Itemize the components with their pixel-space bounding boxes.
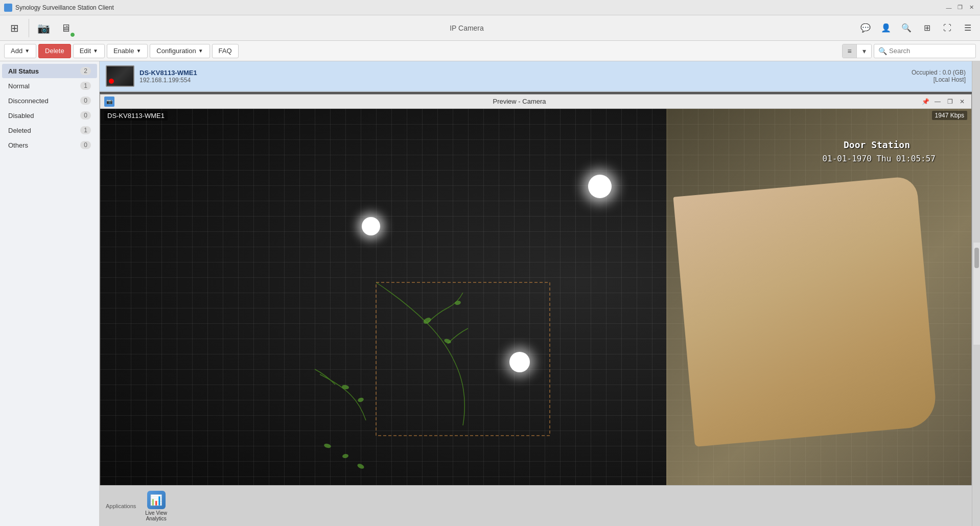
add-button[interactable]: Add ▼ bbox=[4, 44, 36, 58]
sidebar-label-all-status: All Status bbox=[8, 67, 80, 75]
search-button[interactable]: 🔍 bbox=[898, 20, 915, 36]
sidebar-item-normal[interactable]: Normal 1 bbox=[2, 79, 97, 93]
camera-info: DS-KV8113-WME1 192.168.1.199:554 bbox=[139, 69, 912, 84]
preview-title-text: Preview - Camera bbox=[119, 98, 920, 105]
sidebar-label-deleted: Deleted bbox=[8, 127, 80, 134]
sidebar-item-others[interactable]: Others 0 bbox=[2, 138, 97, 152]
preview-minimize-button[interactable]: — bbox=[932, 97, 943, 107]
camera-feed: Door Station 01-01-1970 Thu 01:05:57 bbox=[100, 109, 971, 495]
preview-camera-icon: 📷 bbox=[104, 97, 114, 107]
toolbar-right-area: 💬 👤 🔍 ⊞ ⛶ ☰ bbox=[857, 20, 976, 36]
list-view-button[interactable]: ≡ bbox=[843, 44, 857, 58]
app-title: Synology Surveillance Station Client bbox=[15, 4, 944, 11]
view-toggle-group: ≡ ▾ bbox=[842, 44, 872, 58]
menu-button[interactable]: ☰ bbox=[960, 20, 976, 36]
sidebar-item-all-status[interactable]: All Status 2 bbox=[2, 64, 97, 78]
home-icon-button[interactable]: ⊞ bbox=[4, 18, 25, 38]
door-station-text: Door Station bbox=[844, 139, 910, 150]
cardboard-shape bbox=[673, 176, 938, 447]
camera-list: DS-KV8113-WME1 192.168.1.199:554 Occupie… bbox=[100, 61, 972, 92]
svg-point-5 bbox=[357, 397, 364, 403]
chat-button[interactable]: 💬 bbox=[857, 20, 874, 36]
sidebar-label-disabled: Disabled bbox=[8, 112, 80, 119]
faq-button[interactable]: FAQ bbox=[212, 44, 239, 58]
add-caret-icon: ▼ bbox=[25, 48, 30, 54]
sidebar-count-normal: 1 bbox=[80, 82, 91, 90]
edit-caret-icon: ▼ bbox=[93, 48, 98, 54]
preview-pin-button[interactable]: 📌 bbox=[920, 97, 930, 107]
app-icon bbox=[4, 4, 12, 12]
add-label: Add bbox=[11, 47, 22, 55]
preview-close-button[interactable]: ✕ bbox=[957, 97, 967, 107]
preview-controls: 📌 — ❐ ✕ bbox=[920, 97, 967, 107]
svg-point-4 bbox=[341, 385, 349, 390]
preview-area: 📷 Preview - Camera 📌 — ❐ ✕ DS-KV8113-WME… bbox=[100, 92, 972, 526]
camera-name-text: DS-KV8113-WME1 bbox=[139, 69, 912, 77]
camera-occupied-text: Occupied : 0.0 (GB) bbox=[912, 69, 966, 76]
preview-restore-button[interactable]: ❐ bbox=[945, 97, 955, 107]
right-panel bbox=[972, 61, 980, 526]
window-controls: — ❐ ✕ bbox=[944, 3, 976, 12]
live-view-analytics-button[interactable]: 📊 Live ViewAnalytics bbox=[142, 490, 170, 522]
app-body: All Status 2 Normal 1 Disconnected 0 Dis… bbox=[0, 61, 980, 526]
configuration-button[interactable]: Configuration ▼ bbox=[150, 44, 209, 58]
sidebar-item-deleted[interactable]: Deleted 1 bbox=[2, 123, 97, 137]
camera-list-item[interactable]: DS-KV8113-WME1 192.168.1.199:554 Occupie… bbox=[100, 61, 972, 91]
sidebar-item-disconnected[interactable]: Disconnected 0 bbox=[2, 93, 97, 108]
enable-caret-icon: ▼ bbox=[136, 48, 141, 54]
sidebar-count-disconnected: 0 bbox=[80, 97, 91, 105]
svg-rect-9 bbox=[376, 282, 550, 436]
camera-thumbnail bbox=[106, 65, 134, 87]
user-button[interactable]: 👤 bbox=[878, 20, 894, 36]
applications-label: Applications bbox=[106, 503, 136, 509]
sidebar-count-all-status: 2 bbox=[80, 67, 91, 75]
bottom-bar: Applications 📊 Live ViewAnalytics bbox=[100, 485, 972, 526]
live-view-analytics-icon: 📊 bbox=[147, 491, 166, 509]
toolbar-center-title: IP Camera bbox=[78, 24, 855, 32]
sidebar-item-disabled[interactable]: Disabled 0 bbox=[2, 108, 97, 123]
bitrate-overlay: 1947 Kbps bbox=[932, 111, 967, 120]
scroll-track[interactable] bbox=[973, 243, 980, 345]
close-button[interactable]: ✕ bbox=[967, 3, 976, 12]
sidebar-label-normal: Normal bbox=[8, 82, 80, 90]
svg-point-8 bbox=[357, 463, 365, 469]
fullscreen-button[interactable]: ⛶ bbox=[939, 20, 955, 36]
edit-button[interactable]: Edit ▼ bbox=[73, 44, 105, 58]
camera-right-info: Occupied : 0.0 (GB) [Local Host] bbox=[912, 69, 966, 83]
svg-point-7 bbox=[342, 453, 348, 459]
preview-content: DS-KV8113-WME1 1947 Kbps bbox=[100, 109, 971, 495]
sidebar-label-others: Others bbox=[8, 141, 80, 149]
sidebar-label-disconnected: Disconnected bbox=[8, 97, 80, 105]
dropdown-view-button[interactable]: ▾ bbox=[857, 44, 871, 58]
feed-background: Door Station 01-01-1970 Thu 01:05:57 bbox=[100, 109, 971, 495]
delete-button[interactable]: Delete bbox=[38, 44, 71, 58]
sidebar-count-disabled: 0 bbox=[80, 111, 91, 119]
preview-titlebar: 📷 Preview - Camera 📌 — ❐ ✕ bbox=[100, 94, 971, 109]
status-dot bbox=[70, 32, 75, 37]
svg-point-6 bbox=[323, 443, 332, 448]
grid-icon: ⊞ bbox=[10, 23, 19, 33]
enable-label: Enable bbox=[113, 47, 134, 55]
sidebar: All Status 2 Normal 1 Disconnected 0 Dis… bbox=[0, 61, 100, 526]
sidebar-count-deleted: 1 bbox=[80, 126, 91, 134]
monitor-button[interactable]: 🖥 bbox=[56, 18, 76, 38]
camera-localhost-text: [Local Host] bbox=[912, 76, 966, 83]
camera-button[interactable]: 📷 bbox=[33, 18, 54, 38]
door-station-timestamp: 01-01-1970 Thu 01:05:57 bbox=[822, 154, 936, 163]
grid-view-button[interactable]: ⊞ bbox=[919, 20, 935, 36]
configuration-caret-icon: ▼ bbox=[198, 48, 203, 54]
edit-label: Edit bbox=[80, 47, 91, 55]
minimize-button[interactable]: — bbox=[944, 3, 953, 12]
search-container: 🔍 bbox=[874, 44, 976, 58]
faq-label: FAQ bbox=[219, 47, 232, 55]
toolbar-separator bbox=[29, 19, 29, 37]
center-title-text: IP Camera bbox=[450, 24, 484, 32]
monitor-icon: 🖥 bbox=[61, 23, 71, 33]
restore-button[interactable]: ❐ bbox=[955, 3, 965, 12]
enable-button[interactable]: Enable ▼ bbox=[107, 44, 148, 58]
svg-point-3 bbox=[454, 300, 461, 306]
search-input[interactable] bbox=[889, 47, 975, 55]
sidebar-count-others: 0 bbox=[80, 141, 91, 149]
camera-icon: 📷 bbox=[37, 23, 50, 33]
scroll-thumb[interactable] bbox=[974, 248, 979, 268]
